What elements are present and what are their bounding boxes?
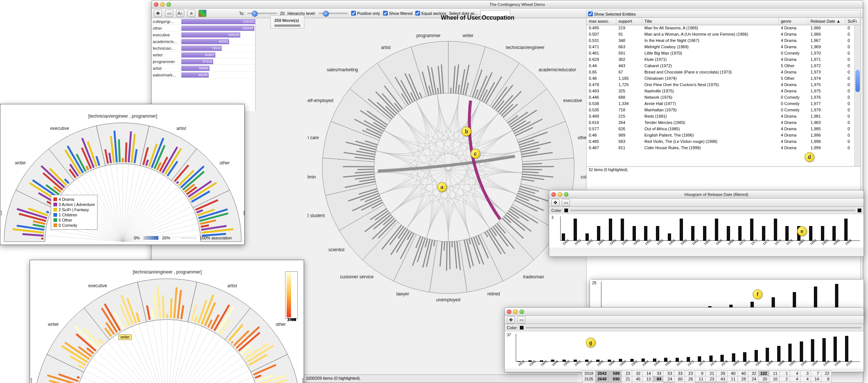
color-slider[interactable] bbox=[570, 210, 855, 211]
svg-line-335 bbox=[77, 377, 80, 378]
bar-row[interactable]: artist50068 bbox=[152, 65, 255, 72]
color-tool-icon[interactable] bbox=[198, 10, 207, 17]
zoom-icon[interactable] bbox=[564, 192, 568, 197]
svg-line-303 bbox=[167, 322, 189, 383]
table-row[interactable]: 0.50791Man and a Woman, A (Un Homme et u… bbox=[587, 32, 860, 38]
select-tool-icon[interactable]: ▭ bbox=[517, 316, 525, 324]
histogram-filtered-window: Hisogram of Release Date (filtered) ✥▭ C… bbox=[549, 190, 864, 257]
entities-scrollbar[interactable] bbox=[854, 25, 860, 166]
col-maxassoc[interactable]: max assoc. bbox=[587, 18, 616, 25]
hist-filtered-plot[interactable]: 3193419401942194419461948195019521954195… bbox=[549, 214, 864, 248]
minimize-icon[interactable] bbox=[160, 2, 165, 7]
close-icon[interactable] bbox=[551, 192, 556, 197]
table-row[interactable]: 0.487811Cider House Rules, The (1999)4 D… bbox=[587, 145, 860, 151]
svg-line-317 bbox=[97, 352, 167, 383]
color-swatch[interactable] bbox=[564, 209, 568, 212]
close-icon[interactable] bbox=[154, 2, 158, 7]
svg-line-316 bbox=[102, 347, 167, 383]
svg-line-190 bbox=[117, 164, 123, 242]
table-row[interactable]: 0.493325Nashville (1975)4 Drama1,9750 bbox=[587, 88, 860, 95]
sort-tool-icon[interactable]: A↕ bbox=[176, 10, 184, 17]
ts-slider[interactable] bbox=[247, 13, 277, 14]
col-genre[interactable]: genre bbox=[779, 18, 808, 25]
color-slider[interactable] bbox=[526, 327, 861, 328]
bar-row[interactable]: sales/mark...49109 bbox=[152, 72, 255, 78]
svg-line-296 bbox=[167, 347, 233, 383]
minimize-icon[interactable] bbox=[558, 192, 562, 197]
select-tool-icon[interactable]: ▭ bbox=[165, 10, 173, 17]
close-icon[interactable] bbox=[507, 310, 511, 314]
svg-line-185 bbox=[123, 167, 147, 242]
table-row[interactable]: 0.471663Midnight Cowboy (1969)4 Drama1,9… bbox=[587, 44, 860, 50]
entities-columns[interactable]: max assoc. support Title genre Release D… bbox=[587, 18, 860, 25]
bar-row[interactable]: college/gr...131032 bbox=[152, 18, 255, 25]
col-title[interactable]: Title bbox=[642, 18, 779, 25]
select-tool-icon[interactable]: ▭ bbox=[562, 199, 570, 206]
table-row[interactable]: 0.499215Reds (1981)4 Drama1,9810 bbox=[587, 114, 860, 120]
contingency-numeric-grid[interactable]: 2018204358923321433533323921394040321021… bbox=[582, 370, 864, 383]
positive-only-check[interactable]: Positive only bbox=[351, 11, 380, 16]
table-row[interactable]: 0.616264Tender Mercies (1983)4 Drama1,98… bbox=[587, 120, 860, 126]
main-titlebar[interactable]: The Contingency Wheel Demo bbox=[152, 0, 863, 9]
table-row[interactable]: 0.446688Network (1976)0 Comedy1,9760 bbox=[587, 95, 860, 101]
filter-tool-icon[interactable]: ≡ bbox=[187, 10, 195, 17]
table-row[interactable]: 0.531348In the Heat of the Night (1967)4… bbox=[587, 38, 860, 44]
move-tool-icon[interactable]: ✥ bbox=[507, 316, 515, 324]
table-row[interactable]: 0.629302Klute (1971)4 Drama1,9710 bbox=[587, 57, 860, 63]
table-row[interactable]: 0.481,185Chinatown (1974)5 Other1,9740 bbox=[587, 76, 860, 82]
table-row[interactable]: 0.577626Out of Africa (1985)4 Drama1,985… bbox=[587, 126, 860, 132]
svg-line-85 bbox=[446, 242, 447, 271]
show-entities-check[interactable]: Show Selected Entities bbox=[588, 12, 636, 16]
svg-text:executive: executive bbox=[88, 283, 107, 288]
color-swatch[interactable] bbox=[858, 209, 861, 212]
svg-text:K-12 student: K-12 student bbox=[307, 213, 325, 218]
col-scifi[interactable]: SciFi bbox=[845, 18, 860, 25]
table-row[interactable]: 0.485583Red Violin, The (Le Violon rouge… bbox=[587, 139, 860, 145]
hist-full-titlebar[interactable] bbox=[505, 308, 864, 316]
bar-row[interactable]: technician...72816 bbox=[152, 45, 255, 52]
hier-slider[interactable] bbox=[319, 13, 348, 14]
table-row[interactable]: 0.495219Man for All Seasons, A (1966)4 D… bbox=[587, 25, 860, 32]
table-row[interactable]: 0.6567Bread and Chocolate (Pane e ciocco… bbox=[587, 69, 860, 76]
marker-b: b bbox=[462, 127, 471, 136]
bar-row[interactable]: other130495 bbox=[152, 25, 255, 32]
bar-row[interactable]: executive105425 bbox=[152, 32, 255, 38]
table-row[interactable]: 0.535718Manhattan (1979)0 Comedy1,9790 bbox=[587, 107, 860, 114]
table-row[interactable]: 0.481591Little Big Man (1970)0 Comedy1,9… bbox=[587, 50, 860, 57]
color-swatch[interactable] bbox=[520, 326, 524, 330]
svg-text:lawyer: lawyer bbox=[396, 291, 409, 297]
traffic-lights[interactable] bbox=[154, 2, 171, 7]
table-row[interactable]: 0.44443Cabaret (1972)5 Other1,9720 bbox=[587, 63, 860, 69]
col-support[interactable]: support bbox=[616, 18, 642, 25]
marker-c: c bbox=[471, 149, 480, 158]
move-tool-icon[interactable]: ✥ bbox=[551, 199, 560, 206]
hist-filtered-titlebar[interactable]: Hisogram of Release Date (filtered) bbox=[549, 190, 864, 199]
marker-f: f bbox=[753, 289, 762, 299]
zoom-icon[interactable] bbox=[166, 2, 171, 7]
bar-row[interactable]: academic/e...85351 bbox=[152, 38, 255, 45]
svg-line-43 bbox=[522, 169, 542, 170]
col-releasedate[interactable]: Release Date ▲ bbox=[808, 18, 845, 25]
minimize-icon[interactable] bbox=[513, 310, 518, 314]
show-filtered-check[interactable]: Show filtered bbox=[383, 11, 413, 16]
svg-text:technician/engineer: technician/engineer bbox=[506, 45, 544, 50]
move-tool-icon[interactable]: ✥ bbox=[154, 10, 162, 17]
table-row[interactable]: 0.5381,334Annie Hall (1977)0 Comedy1,977… bbox=[587, 101, 860, 107]
table-row[interactable]: 0.48989English Patient, The (1996)4 Dram… bbox=[587, 132, 860, 139]
table-row[interactable]: 0.4781,725One Flew Over the Cuckoo's Nes… bbox=[587, 82, 860, 88]
svg-text:doctor/health care: doctor/health care bbox=[307, 135, 319, 140]
zoom-icon[interactable] bbox=[519, 310, 524, 314]
marker-g: g bbox=[586, 338, 595, 347]
entities-body[interactable]: 0.495219Man for All Seasons, A (1966)4 D… bbox=[587, 25, 860, 166]
contingency-wheel[interactable]: writertechnician/engineeracademic/educat… bbox=[307, 26, 589, 308]
svg-line-183 bbox=[123, 172, 158, 242]
svg-line-382 bbox=[231, 341, 233, 343]
svg-line-126 bbox=[357, 169, 374, 170]
bar-row[interactable]: programmer57214 bbox=[152, 58, 255, 65]
svg-line-180 bbox=[123, 182, 173, 242]
bar-row[interactable]: writer60397 bbox=[152, 52, 255, 58]
hist-filtered-title: Hisogram of Release Date (filtered) bbox=[571, 192, 861, 197]
svg-line-246 bbox=[119, 140, 120, 162]
hist-full-plot[interactable]: 3719261940194419481950195219541956195819… bbox=[505, 331, 864, 369]
svg-line-301 bbox=[167, 327, 203, 383]
